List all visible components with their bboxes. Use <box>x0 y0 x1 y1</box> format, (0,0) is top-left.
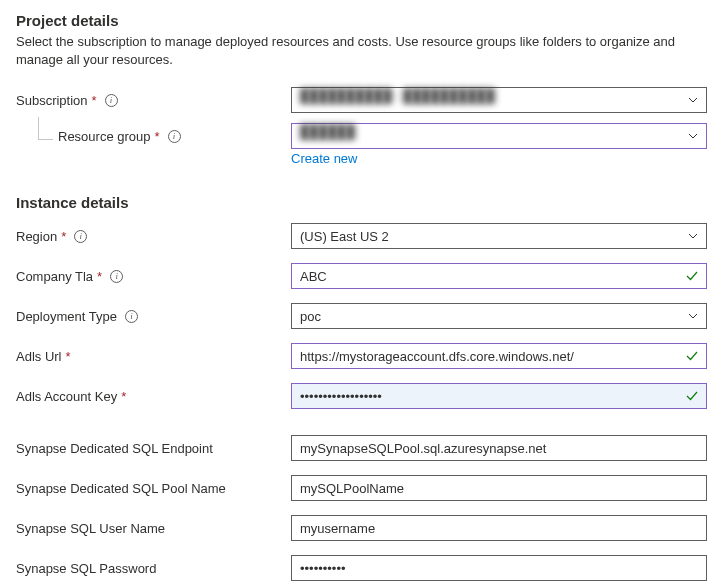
adls-account-key-input[interactable] <box>291 383 707 409</box>
project-details-description: Select the subscription to manage deploy… <box>16 33 707 69</box>
region-dropdown[interactable] <box>291 223 707 249</box>
synapse-endpoint-input[interactable] <box>291 435 707 461</box>
company-tla-label: Company Tla <box>16 269 93 284</box>
subscription-value: ██████████ · ██████████ <box>300 88 495 103</box>
required-asterisk: * <box>97 269 102 284</box>
subscription-label: Subscription <box>16 93 88 108</box>
company-tla-input[interactable] <box>291 263 707 289</box>
info-icon[interactable]: i <box>74 230 87 243</box>
synapse-pool-name-input[interactable] <box>291 475 707 501</box>
resource-group-label: Resource group <box>58 129 151 144</box>
required-asterisk: * <box>66 349 71 364</box>
subscription-dropdown[interactable]: ██████████ · ██████████ <box>291 87 707 113</box>
create-new-link[interactable]: Create new <box>291 151 357 166</box>
instance-details-heading: Instance details <box>16 194 707 211</box>
synapse-user-name-label: Synapse SQL User Name <box>16 521 165 536</box>
info-icon[interactable]: i <box>105 94 118 107</box>
deployment-type-label: Deployment Type <box>16 309 117 324</box>
adls-url-input[interactable] <box>291 343 707 369</box>
deployment-type-dropdown[interactable] <box>291 303 707 329</box>
synapse-user-name-input[interactable] <box>291 515 707 541</box>
synapse-pool-name-label: Synapse Dedicated SQL Pool Name <box>16 481 226 496</box>
adls-url-label: Adls Url <box>16 349 62 364</box>
adls-account-key-label: Adls Account Key <box>16 389 117 404</box>
resource-group-value: ██████ <box>300 124 355 139</box>
required-asterisk: * <box>155 129 160 144</box>
required-asterisk: * <box>61 229 66 244</box>
project-details-heading: Project details <box>16 12 707 29</box>
synapse-password-input[interactable] <box>291 555 707 581</box>
required-asterisk: * <box>121 389 126 404</box>
info-icon[interactable]: i <box>168 130 181 143</box>
required-asterisk: * <box>92 93 97 108</box>
synapse-password-label: Synapse SQL Password <box>16 561 156 576</box>
resource-group-dropdown[interactable]: ██████ <box>291 123 707 149</box>
info-icon[interactable]: i <box>125 310 138 323</box>
synapse-endpoint-label: Synapse Dedicated SQL Endpoint <box>16 441 213 456</box>
info-icon[interactable]: i <box>110 270 123 283</box>
region-label: Region <box>16 229 57 244</box>
